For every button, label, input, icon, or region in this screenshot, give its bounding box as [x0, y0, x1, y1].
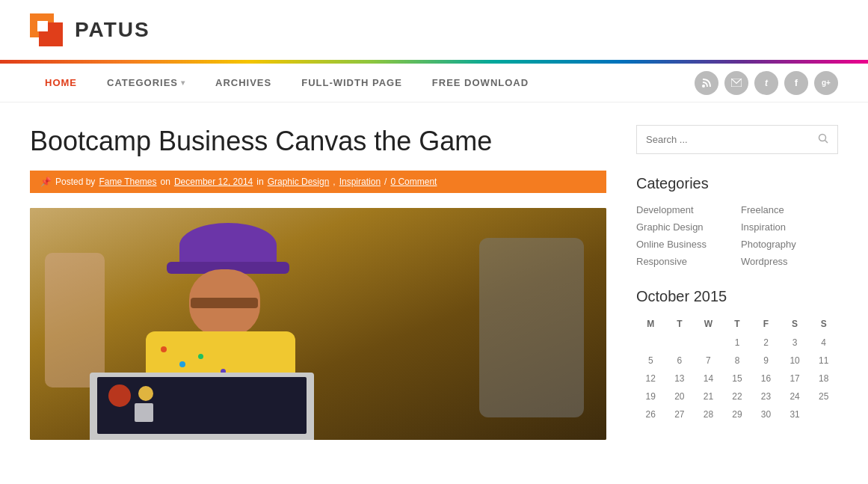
- calendar-day[interactable]: 18: [809, 370, 838, 387]
- email-icon[interactable]: [724, 71, 748, 95]
- cal-day-s2: S: [809, 314, 838, 334]
- calendar-day[interactable]: 24: [781, 387, 810, 405]
- nav-item-home[interactable]: HOME: [30, 64, 92, 102]
- main-layout: Bootcamp Business Canvas the Game 📌 Post…: [0, 102, 868, 467]
- categories-section: Categories Development Freelance Graphic…: [636, 175, 838, 267]
- rss-icon[interactable]: [695, 71, 718, 95]
- person-hat: [179, 223, 277, 268]
- site-header: PATUS: [0, 0, 868, 60]
- posted-by-label: Posted by: [55, 177, 95, 187]
- bg-person: [45, 253, 105, 387]
- on-label: on: [161, 177, 170, 187]
- search-input[interactable]: [637, 126, 809, 153]
- calendar-day[interactable]: 20: [665, 387, 695, 405]
- search-icon: [818, 133, 828, 144]
- calendar-day[interactable]: 6: [665, 352, 695, 370]
- bg-chair: [479, 238, 584, 417]
- in-label: in: [256, 177, 263, 187]
- calendar-day[interactable]: 22: [723, 387, 752, 405]
- category-inspiration[interactable]: Inspiration: [741, 221, 838, 233]
- content-area: Bootcamp Business Canvas the Game 📌 Post…: [30, 125, 606, 444]
- social-icons: t f g+: [695, 71, 838, 95]
- featured-image: [30, 208, 606, 440]
- glasses: [191, 298, 258, 308]
- pin-icon: 📌: [40, 177, 52, 187]
- nav-item-free-download[interactable]: FREE DOWNLOAD: [417, 64, 544, 102]
- nav-item-categories[interactable]: CATEGORIES ▾: [92, 64, 200, 102]
- site-name: PATUS: [75, 18, 150, 42]
- calendar-day[interactable]: 23: [751, 387, 781, 405]
- twitter-icon[interactable]: t: [754, 71, 778, 95]
- calendar-day[interactable]: 2: [751, 334, 781, 352]
- calendar-header-row: M T W T F S S: [636, 314, 838, 334]
- calendar-day[interactable]: 31: [781, 405, 810, 423]
- category-wordpress[interactable]: Wordpress: [741, 256, 838, 267]
- cal-day-t1: T: [665, 314, 695, 334]
- svg-point-0: [702, 85, 705, 88]
- cal-day-w: W: [694, 314, 723, 334]
- cal-day-t2: T: [723, 314, 752, 334]
- calendar-day: [636, 334, 665, 352]
- calendar-day: [665, 334, 695, 352]
- nav-item-archives[interactable]: ARCHIVES: [200, 64, 286, 102]
- nav-item-full-width[interactable]: FULL-WIDTH PAGE: [286, 64, 417, 102]
- calendar-day[interactable]: 4: [809, 334, 838, 352]
- calendar-day[interactable]: 8: [723, 352, 752, 370]
- calendar-day: [809, 405, 838, 423]
- search-box: [636, 125, 838, 154]
- google-plus-icon[interactable]: g+: [814, 71, 838, 95]
- nav-links: HOME CATEGORIES ▾ ARCHIVES FULL-WIDTH PA…: [30, 64, 544, 102]
- calendar-day[interactable]: 26: [636, 405, 665, 423]
- navigation: HOME CATEGORIES ▾ ARCHIVES FULL-WIDTH PA…: [0, 64, 868, 102]
- calendar-table: M T W T F S S 12345678910111213141516171…: [636, 314, 838, 423]
- dropdown-arrow-icon: ▾: [181, 79, 185, 87]
- category-freelance[interactable]: Freelance: [741, 204, 838, 215]
- calendar-day[interactable]: 7: [694, 352, 723, 370]
- cal-day-m: M: [636, 314, 665, 334]
- calendar-day[interactable]: 14: [694, 370, 723, 387]
- calendar-day[interactable]: 12: [636, 370, 665, 387]
- calendar-body: 1234567891011121314151617181920212223242…: [636, 334, 838, 423]
- date-link[interactable]: December 12, 2014: [174, 177, 253, 187]
- calendar-day[interactable]: 5: [636, 352, 665, 370]
- category2-link[interactable]: Inspiration: [339, 177, 381, 187]
- laptop: [90, 373, 314, 440]
- calendar-section: October 2015 M T W T F S S 1234567891011…: [636, 288, 838, 423]
- calendar-week-row: 1234: [636, 334, 838, 352]
- calendar-day[interactable]: 10: [781, 352, 810, 370]
- calendar-day[interactable]: 30: [751, 405, 781, 423]
- calendar-day[interactable]: 19: [636, 387, 665, 405]
- category-graphic-design[interactable]: Graphic Design: [636, 221, 733, 233]
- calendar-day[interactable]: 29: [723, 405, 752, 423]
- category-responsive[interactable]: Responsive: [636, 256, 733, 267]
- logo-area[interactable]: PATUS: [30, 13, 150, 46]
- logo-icon: [30, 13, 69, 46]
- author-link[interactable]: Fame Themes: [99, 177, 156, 187]
- svg-line-3: [825, 141, 828, 144]
- calendar-day[interactable]: 17: [781, 370, 810, 387]
- comments-link[interactable]: 0 Comment: [390, 177, 437, 187]
- category-photography[interactable]: Photography: [741, 239, 838, 250]
- categories-grid: Development Freelance Graphic Design Ins…: [636, 204, 838, 267]
- laptop-screen: [97, 377, 307, 434]
- facebook-icon[interactable]: f: [784, 71, 808, 95]
- calendar-day[interactable]: 16: [751, 370, 781, 387]
- calendar-day[interactable]: 13: [665, 370, 695, 387]
- calendar-day[interactable]: 15: [723, 370, 752, 387]
- calendar-day[interactable]: 21: [694, 387, 723, 405]
- calendar-day[interactable]: 9: [751, 352, 781, 370]
- categories-title: Categories: [636, 175, 838, 192]
- calendar-day[interactable]: 28: [694, 405, 723, 423]
- calendar-week-row: 19202122232425: [636, 387, 838, 405]
- search-button[interactable]: [809, 126, 837, 153]
- calendar-day[interactable]: 1: [723, 334, 752, 352]
- calendar-day[interactable]: 25: [809, 387, 838, 405]
- calendar-day[interactable]: 3: [781, 334, 810, 352]
- category1-link[interactable]: Graphic Design: [268, 177, 330, 187]
- calendar-day[interactable]: 27: [665, 405, 695, 423]
- calendar-title: October 2015: [636, 288, 838, 305]
- calendar-day[interactable]: 11: [809, 352, 838, 370]
- cal-day-f: F: [751, 314, 781, 334]
- category-development[interactable]: Development: [636, 204, 733, 215]
- category-online-business[interactable]: Online Business: [636, 239, 733, 250]
